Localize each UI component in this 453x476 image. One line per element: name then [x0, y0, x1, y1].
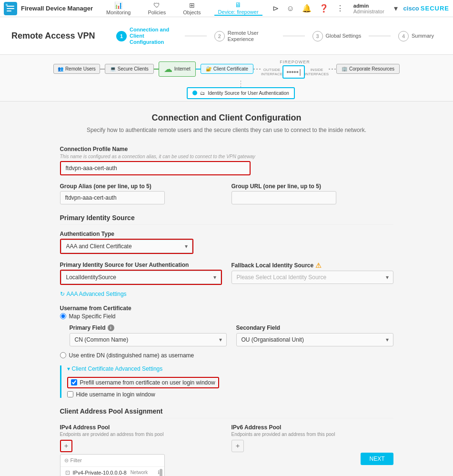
username-cert-radios: Map Specific Field — [60, 313, 393, 320]
nav-policies-label: Policies — [148, 10, 166, 15]
dropdown-filter: ⊝ Filter — [60, 455, 164, 467]
radio-map-field-input[interactable] — [60, 313, 66, 319]
client-cert-advanced-section: ▾ Client Certificate Advanced Settings P… — [60, 365, 393, 398]
policies-icon: 🛡 — [153, 1, 160, 9]
wizard-step-2-label: Remote User Experience — [228, 30, 275, 42]
nav-policies[interactable]: 🛡 Policies — [144, 1, 170, 15]
connection-profile-input[interactable] — [60, 161, 251, 175]
more-btn[interactable]: ⋮ — [334, 2, 346, 15]
wizard-steps: 1 Connection and Client Configuration 2 … — [109, 23, 442, 50]
topo-fw-box: ●●●●● | — [282, 65, 305, 79]
primary-source-col: Primary Identity Source for User Authent… — [60, 262, 222, 285]
hide-username-label: Hide username in login window — [76, 391, 155, 398]
wizard-step-4-num: 4 — [398, 31, 409, 41]
nav-right: ⊳ ☺ 🔔 ❓ ⋮ admin Administrator ▾ cisco SE… — [271, 2, 449, 15]
wizard-step-3-num: 3 — [312, 31, 323, 41]
inside-label2: INTERFACES — [305, 72, 329, 76]
topo-corporate-label: Corporate Resources — [349, 66, 394, 71]
topo-line-dots-2 — [329, 69, 336, 70]
username-cert-label: Username from Certificate — [60, 305, 393, 312]
page-header: Remote Access VPN 1 Connection and Clien… — [0, 17, 453, 55]
group-url-input[interactable] — [232, 191, 336, 204]
fw-divider: | — [299, 68, 301, 76]
radio-map-field-label: Map Specific Field — [69, 313, 116, 320]
ipv4-pool-label: IPv4 Address Pool — [60, 424, 222, 431]
secondary-field-select[interactable]: CN (Common Name) OU (Organisational Unit… — [236, 333, 393, 346]
svg-rect-4 — [6, 4, 8, 6]
nav-monitoring[interactable]: 📊 Monitoring — [102, 1, 134, 15]
primary-field-info-icon[interactable]: i — [108, 324, 114, 331]
inside-label: INSIDE — [311, 68, 323, 72]
svg-rect-1 — [7, 6, 14, 7]
radio-dn-input[interactable] — [60, 352, 66, 358]
nav-objects-label: Objects — [183, 10, 201, 15]
ipv4-pool-add-btn[interactable]: ＋ — [60, 440, 72, 452]
group-alias-label: Group Alias (one per line, up to 5) — [60, 183, 222, 190]
dropdown-item-0[interactable]: ⊡ IPv4-Private-10.0.0.0-8 Network ℹ — [60, 467, 164, 476]
deploy-btn[interactable]: ⊳ — [271, 2, 281, 15]
nav-device[interactable]: 🖥 Device: firepower — [214, 1, 262, 16]
prefill-checkbox-item: Prefill username from certificate on use… — [67, 377, 393, 388]
wizard-step-4[interactable]: 4 Summary — [391, 27, 442, 45]
wizard-step-2[interactable]: 2 Remote User Experience — [207, 26, 283, 46]
identity-source-row: Primary Identity Source for User Authent… — [60, 262, 393, 285]
pool-row: IPv4 Address Pool Endpoints are provided… — [60, 424, 393, 476]
hide-username-item: Hide username in login window — [67, 391, 393, 398]
wizard-step-3[interactable]: 3 Global Settings — [305, 27, 369, 45]
next-button[interactable]: NEXT — [361, 453, 393, 465]
wizard-divider-3 — [369, 36, 391, 36]
primary-source-label: Primary Identity Source for User Authent… — [60, 262, 222, 268]
identity-dot — [192, 91, 197, 95]
topo-line-1 — [100, 69, 105, 70]
wizard-step-1[interactable]: 1 Connection and Client Configuration — [109, 23, 185, 50]
username: admin — [353, 3, 369, 9]
identity-source-label: Identity Source for User Authentication — [208, 91, 289, 96]
fallback-col: Fallback Local Identity Source ⚠ Please … — [232, 262, 393, 284]
user-icon-btn[interactable]: ☺ — [284, 2, 296, 15]
primary-source-select-wrap: LocalIdentitySource — [60, 270, 222, 285]
topo-firepower-section: FIREPOWER OUTSIDE INTERFACE ●●●●● | INSI… — [261, 60, 329, 79]
firepower-label: FIREPOWER — [280, 60, 310, 64]
fallback-select[interactable]: Please Select Local Identity Source — [232, 271, 393, 284]
wizard-step-1-label: Connection and Client Configuration — [130, 27, 177, 46]
help-btn[interactable]: ❓ — [317, 2, 331, 15]
group-alias-col: Group Alias (one per line, up to 5) — [60, 183, 222, 204]
topo-internet-label: Internet — [174, 66, 191, 71]
connection-profile-label: Connection Profile Name — [60, 146, 393, 152]
fallback-select-wrap: Please Select Local Identity Source — [232, 271, 393, 284]
aaa-link-icon: ↻ — [60, 291, 65, 297]
dropdown-scroll: ⊡ IPv4-Private-10.0.0.0-8 Network ℹ ⊡ IP… — [60, 467, 164, 476]
ipv6-pool-add-btn[interactable]: ＋ — [232, 440, 244, 452]
hide-username-checkbox[interactable] — [67, 391, 73, 397]
cisco-text: cisco — [403, 5, 419, 12]
dropdown-scrollbar — [160, 469, 162, 476]
primary-source-select[interactable]: LocalIdentitySource — [61, 271, 221, 284]
ipv4-pool-dropdown: ⊝ Filter ⊡ IPv4-Private-10.0.0.0-8 Netwo… — [60, 454, 165, 476]
fallback-warning-icon: ⚠ — [315, 262, 322, 269]
auth-type-select[interactable]: AAA Only Client Certificate Only AAA and… — [61, 240, 192, 253]
advanced-chevron-icon: ▾ — [67, 365, 70, 372]
ipv6-pool-label: IPv6 Address Pool — [232, 424, 393, 431]
aaa-advanced-link[interactable]: ↻ AAA Advanced Settings — [60, 291, 393, 297]
notifications-btn[interactable]: 🔔 — [300, 2, 313, 15]
topo-secure-clients-label: Secure Clients — [118, 66, 149, 71]
outside-label: OUTSIDE — [263, 68, 281, 72]
nav-objects[interactable]: ⊞ Objects — [179, 1, 204, 15]
auth-type-select-wrap: AAA Only Client Certificate Only AAA and… — [60, 239, 193, 254]
ipv4-pool-hint: Endpoints are provided an address from t… — [60, 432, 222, 437]
primary-field-select[interactable]: CN (Common Name) OU (Organisational Unit… — [70, 333, 227, 346]
topo-inside: INSIDE INTERFACES — [305, 68, 329, 76]
topo-line-green — [154, 69, 159, 70]
connection-profile-group: Connection Profile Name This name is con… — [60, 146, 393, 175]
prefill-checkbox[interactable] — [71, 379, 77, 385]
connection-profile-hint: This name is configured as a connection … — [60, 154, 393, 159]
prefill-label: Prefill username from certificate on use… — [80, 379, 215, 386]
item-0-icon: ⊡ — [65, 469, 70, 476]
identity-v-line — [241, 81, 241, 87]
user-dropdown-btn[interactable]: ▾ — [392, 2, 400, 15]
client-cert-advanced-title[interactable]: ▾ Client Certificate Advanced Settings — [67, 365, 393, 372]
topology-diagram: 👥 Remote Users 💻 Secure Clients ☁ Intern… — [0, 55, 453, 101]
top-nav: Firewall Device Manager 📊 Monitoring 🛡 P… — [0, 0, 453, 17]
primary-field-col: Primary Field i CN (Common Name) OU (Org… — [70, 324, 227, 346]
group-alias-input[interactable] — [60, 191, 165, 204]
